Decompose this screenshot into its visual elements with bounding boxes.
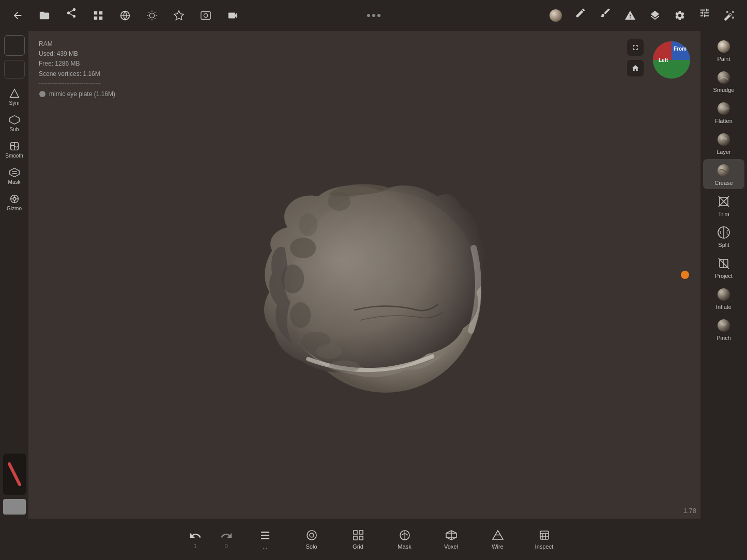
svg-rect-0 bbox=[94, 11, 97, 14]
right-tool-trim[interactable]: Trim bbox=[703, 190, 744, 220]
sculpt-object[interactable] bbox=[225, 145, 515, 434]
brush-button[interactable]: ... bbox=[594, 4, 617, 27]
right-tool-inflate[interactable]: Inflate bbox=[703, 283, 744, 313]
orange-indicator bbox=[681, 271, 689, 279]
right-tool-paint-label: Paint bbox=[717, 56, 730, 62]
color-swatch-2[interactable] bbox=[4, 60, 25, 79]
svg-rect-16 bbox=[201, 12, 210, 20]
sidebar-mask[interactable]: Mask bbox=[3, 164, 26, 188]
top-toolbar: ... bbox=[0, 0, 747, 31]
menu-button[interactable]: ... bbox=[242, 521, 288, 557]
scene-name-row: mimic eye plate (1.16M) bbox=[39, 89, 115, 99]
svg-text:From: From bbox=[674, 46, 687, 52]
scene-button[interactable] bbox=[87, 4, 110, 27]
caution-button[interactable] bbox=[619, 4, 642, 27]
undo-button[interactable]: 1 bbox=[180, 521, 211, 557]
layers-button[interactable] bbox=[644, 4, 666, 27]
svg-line-14 bbox=[155, 12, 155, 13]
scene-name: mimic eye plate (1.16M) bbox=[49, 89, 115, 99]
video-button[interactable] bbox=[221, 4, 244, 27]
voxel-button[interactable]: Voxel bbox=[428, 521, 475, 557]
ram-free: Free: 1286 MB bbox=[39, 59, 115, 69]
brush-size-bar[interactable] bbox=[3, 499, 26, 515]
bottom-right-number: 1.78 bbox=[683, 507, 696, 515]
top-right-tools: ... ... ... bbox=[544, 4, 741, 27]
nav-cube[interactable]: Left From bbox=[651, 39, 692, 81]
svg-rect-77 bbox=[540, 531, 548, 539]
sidebar-gizmo-label: Gizmo bbox=[7, 206, 22, 211]
photo-button[interactable] bbox=[194, 4, 217, 27]
svg-rect-3 bbox=[99, 17, 102, 20]
home-button[interactable] bbox=[627, 60, 644, 76]
svg-marker-23 bbox=[9, 168, 19, 177]
mask-label: Mask bbox=[398, 543, 411, 550]
right-tool-crease-label: Crease bbox=[714, 180, 733, 186]
svg-point-36 bbox=[719, 106, 729, 111]
svg-rect-68 bbox=[359, 536, 363, 540]
right-tool-trim-label: Trim bbox=[718, 211, 729, 217]
sidebar-sym[interactable]: Sym bbox=[3, 85, 26, 109]
grid-button-top[interactable] bbox=[114, 4, 136, 27]
scene-vertices: Scene vertices: 1.16M bbox=[39, 69, 115, 79]
redo-button[interactable]: 0 bbox=[211, 521, 242, 557]
svg-text:Left: Left bbox=[659, 57, 668, 63]
left-sidebar: Sym Sub Smooth Mask Gizmo bbox=[0, 31, 28, 519]
grid-bottom-button[interactable]: Grid bbox=[335, 521, 382, 557]
solo-label: Solo bbox=[306, 543, 317, 550]
sidebar-smooth-label: Smooth bbox=[5, 153, 23, 159]
svg-point-37 bbox=[718, 133, 730, 146]
sidebar-smooth[interactable]: Smooth bbox=[3, 137, 26, 162]
right-tool-flatten[interactable]: Flatten bbox=[703, 97, 744, 127]
sliders-dots: ... bbox=[702, 19, 708, 24]
svg-rect-65 bbox=[354, 531, 357, 534]
right-tool-layer[interactable]: Layer bbox=[703, 128, 744, 158]
inspect-button[interactable]: Inspect bbox=[521, 521, 568, 557]
mask-bottom-button[interactable]: Mask bbox=[382, 521, 428, 557]
menu-label: ... bbox=[263, 543, 267, 550]
svg-rect-1 bbox=[99, 11, 102, 14]
right-tool-paint[interactable]: Paint bbox=[703, 35, 744, 65]
sidebar-sub[interactable]: Sub bbox=[3, 111, 26, 135]
svg-point-53 bbox=[281, 265, 304, 293]
environment-button[interactable] bbox=[141, 4, 163, 27]
svg-point-18 bbox=[550, 9, 562, 22]
right-tool-crease[interactable]: Crease bbox=[703, 159, 744, 189]
wire-button[interactable]: Wire bbox=[475, 521, 521, 557]
wire-label: Wire bbox=[492, 543, 504, 550]
right-tool-pinch[interactable]: Pinch bbox=[703, 314, 744, 344]
grid-label: Grid bbox=[353, 543, 363, 550]
back-button[interactable] bbox=[6, 4, 29, 27]
share-dots: ... bbox=[69, 19, 74, 24]
svg-marker-20 bbox=[9, 116, 19, 125]
share-button[interactable]: ... bbox=[60, 4, 83, 27]
right-tool-split-label: Split bbox=[718, 242, 729, 248]
svg-point-59 bbox=[329, 361, 360, 373]
main-canvas[interactable]: RAM Used: 439 MB Free: 1286 MB Scene ver… bbox=[28, 31, 700, 519]
sidebar-sub-label: Sub bbox=[10, 127, 19, 132]
post-button[interactable] bbox=[167, 4, 190, 27]
solo-button[interactable]: Solo bbox=[288, 521, 335, 557]
inspect-label: Inspect bbox=[535, 543, 553, 550]
right-tool-inflate-label: Inflate bbox=[716, 304, 731, 310]
cross-tools-button[interactable] bbox=[718, 4, 741, 27]
right-tool-split[interactable]: Split bbox=[703, 221, 744, 251]
right-tool-smudge[interactable]: Smudge bbox=[703, 66, 744, 96]
brush-preview[interactable] bbox=[3, 454, 26, 495]
info-divider: ------------------------------------ bbox=[39, 79, 115, 87]
right-tool-project[interactable]: Project bbox=[703, 252, 744, 282]
sliders-button[interactable]: ... bbox=[693, 4, 716, 27]
svg-point-44 bbox=[718, 288, 730, 301]
ram-used: Used: 439 MB bbox=[39, 49, 115, 59]
right-tool-flatten-label: Flatten bbox=[715, 118, 733, 124]
sidebar-gizmo[interactable]: Gizmo bbox=[3, 190, 26, 214]
fullscreen-button[interactable] bbox=[627, 39, 644, 56]
svg-point-17 bbox=[204, 13, 207, 17]
files-button[interactable] bbox=[33, 4, 56, 27]
settings-button[interactable] bbox=[668, 4, 691, 27]
color-swatch-1[interactable] bbox=[4, 35, 25, 56]
material-sphere-button[interactable] bbox=[544, 4, 567, 27]
pencil-button[interactable]: ... bbox=[569, 4, 592, 27]
svg-line-12 bbox=[155, 18, 155, 19]
ram-label: RAM bbox=[39, 39, 115, 49]
redo-count: 0 bbox=[224, 543, 227, 549]
